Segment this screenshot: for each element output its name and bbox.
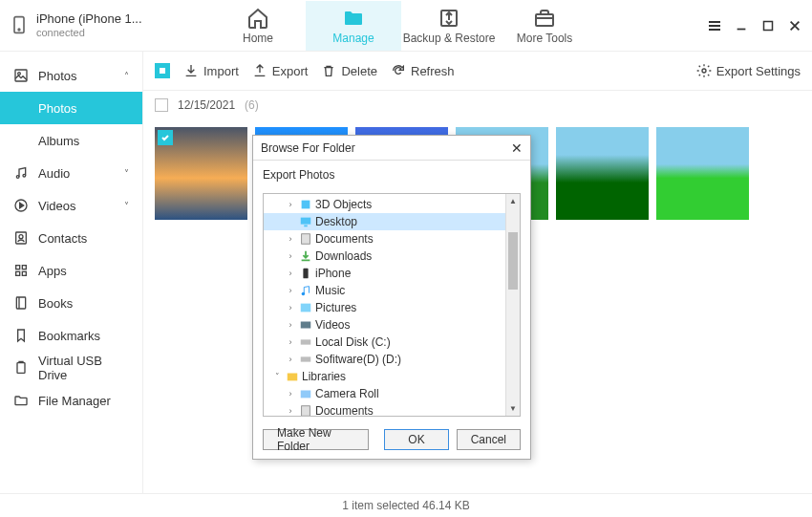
dialog-close-button[interactable]: ✕	[511, 140, 523, 156]
tree-item-documents2[interactable]: ›Documents	[264, 402, 520, 417]
menu-icon[interactable]	[707, 18, 722, 33]
device-status: connected	[36, 27, 142, 38]
refresh-icon	[391, 63, 406, 78]
sidebar-item-label: Audio	[38, 166, 70, 181]
refresh-button[interactable]: Refresh	[391, 63, 455, 78]
tree-item-libraries[interactable]: ˅Libraries	[264, 368, 520, 385]
device-name: iPhone (iPhone 1...	[36, 12, 142, 26]
make-new-folder-button[interactable]: Make New Folder	[263, 429, 369, 450]
phone-icon	[299, 267, 312, 280]
thumb-checkbox[interactable]	[158, 130, 173, 145]
sidebar-item-books[interactable]: Books	[0, 287, 142, 319]
svg-rect-32	[302, 406, 310, 417]
sidebar-item-label: Virtual USB Drive	[38, 354, 129, 382]
svg-rect-28	[301, 339, 311, 344]
import-button[interactable]: Import	[183, 63, 239, 78]
sidebar-item-label: Albums	[38, 134, 79, 148]
toolbar: Import Export Delete Refresh Export Sett…	[143, 52, 812, 90]
nav-tools[interactable]: More Tools	[497, 1, 592, 51]
sidebar-item-filemgr[interactable]: File Manager	[0, 384, 142, 417]
close-button[interactable]	[787, 18, 802, 33]
tree-item-iphone[interactable]: ›iPhone	[264, 265, 520, 282]
scroll-thumb[interactable]	[508, 232, 518, 290]
disk-icon	[299, 353, 312, 366]
dialog-title: Browse For Folder	[261, 141, 355, 155]
chevron-down-icon: ˅	[124, 168, 129, 179]
tree-item-3dobjects[interactable]: ›3D Objects	[264, 196, 520, 213]
minimize-button[interactable]	[734, 18, 749, 33]
ok-button[interactable]: OK	[384, 429, 448, 450]
picture-icon	[299, 301, 312, 314]
tree-item-music[interactable]: ›Music	[264, 282, 520, 299]
date-checkbox[interactable]	[155, 98, 168, 112]
folder-icon	[13, 393, 29, 408]
tree-scrollbar[interactable]: ▲ ▼	[505, 194, 520, 416]
export-button[interactable]: Export	[252, 63, 309, 78]
svg-rect-23	[302, 234, 310, 245]
status-bar: 1 item selected 46.14 KB	[0, 493, 812, 517]
apps-icon	[13, 263, 29, 278]
svg-point-11	[19, 235, 23, 239]
svg-rect-18	[160, 68, 165, 74]
delete-button[interactable]: Delete	[321, 63, 377, 78]
sidebar-item-label: Apps	[38, 264, 67, 278]
sidebar-item-audio[interactable]: Audio ˅	[0, 157, 142, 189]
sidebar-item-photos-sub[interactable]: Photos	[0, 92, 142, 124]
svg-rect-5	[15, 70, 27, 81]
desktop-icon	[299, 215, 312, 228]
date-group-header[interactable]: 12/15/2021 (6)	[143, 91, 812, 119]
tree-item-cameraroll[interactable]: ›Camera Roll	[264, 385, 520, 402]
toolbox-icon	[533, 7, 556, 30]
nav-manage[interactable]: Manage	[306, 1, 401, 51]
export-settings-button[interactable]: Export Settings	[696, 63, 801, 78]
svg-rect-24	[303, 269, 308, 279]
sidebar-item-vusb[interactable]: Virtual USB Drive	[0, 352, 142, 384]
tree-item-softd[interactable]: ›Sofitware(D) (D:)	[264, 351, 520, 368]
trash-icon	[321, 63, 336, 78]
maximize-button[interactable]	[760, 18, 776, 33]
browse-folder-dialog: Browse For Folder ✕ Export Photos ›3D Ob…	[252, 135, 531, 460]
nav-home[interactable]: Home	[210, 1, 306, 51]
thumbnail-item[interactable]	[656, 127, 749, 220]
svg-rect-27	[301, 322, 311, 329]
libraries-icon	[286, 370, 299, 383]
music-icon	[13, 165, 29, 181]
svg-point-7	[16, 176, 19, 179]
document-icon	[299, 232, 312, 246]
sidebar-item-videos[interactable]: Videos ˅	[0, 189, 142, 222]
svg-rect-17	[17, 363, 25, 374]
sidebar-item-label: Photos	[38, 101, 76, 116]
document-icon	[299, 404, 312, 417]
tree-item-documents[interactable]: ›Documents	[264, 230, 520, 248]
folder-icon	[342, 7, 365, 30]
device-info[interactable]: iPhone (iPhone 1... connected	[10, 12, 182, 37]
scroll-up-icon[interactable]: ▲	[506, 194, 520, 208]
sidebar-item-bookmarks[interactable]: Bookmarks	[0, 319, 142, 352]
sidebar-item-label: Contacts	[38, 231, 87, 246]
sidebar-item-photos[interactable]: Photos ˄	[0, 59, 142, 92]
home-icon	[246, 7, 269, 30]
sidebar-item-contacts[interactable]: Contacts	[0, 222, 142, 254]
svg-rect-12	[16, 266, 20, 269]
tree-item-pictures[interactable]: ›Pictures	[264, 299, 520, 316]
tree-item-downloads[interactable]: ›Downloads	[264, 248, 520, 265]
sidebar-item-albums[interactable]: Albums	[0, 124, 142, 157]
tree-item-localc[interactable]: ›Local Disk (C:)	[264, 334, 520, 351]
thumbnail-item[interactable]	[155, 127, 247, 220]
svg-rect-15	[22, 271, 26, 275]
tree-item-desktop[interactable]: Desktop	[264, 213, 520, 230]
svg-rect-21	[301, 218, 311, 225]
thumbnail-item[interactable]	[556, 127, 649, 220]
cancel-button[interactable]: Cancel	[457, 429, 521, 450]
book-icon	[13, 295, 29, 311]
nav-backup[interactable]: Backup & Restore	[401, 1, 497, 51]
camera-icon	[299, 387, 312, 400]
select-all-checkbox[interactable]	[155, 63, 170, 78]
scroll-down-icon[interactable]: ▼	[506, 401, 520, 416]
contacts-icon	[13, 230, 29, 246]
tree-item-videos[interactable]: ›Videos	[264, 316, 520, 334]
image-icon	[13, 68, 29, 83]
sidebar-item-apps[interactable]: Apps	[0, 254, 142, 287]
svg-point-8	[23, 174, 26, 177]
chevron-down-icon: ˅	[124, 201, 129, 211]
